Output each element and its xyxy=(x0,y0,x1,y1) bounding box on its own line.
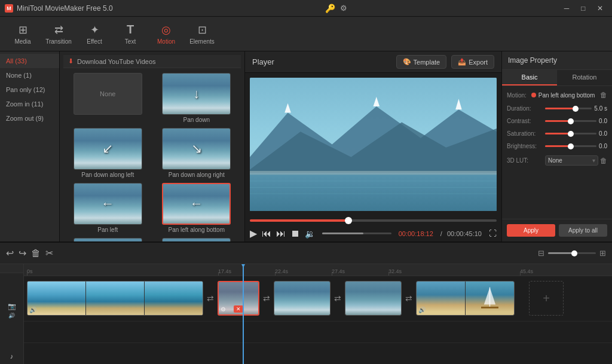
motion-pan-left-bottom-thumb: ← xyxy=(162,183,231,225)
duration-knob[interactable] xyxy=(573,106,579,112)
effect-label: Effect xyxy=(87,38,102,45)
player-header: Player 🎨 Template 📤 Export xyxy=(245,51,501,73)
saturation-fill xyxy=(545,133,571,134)
clip-sailing[interactable]: 🔊 xyxy=(416,281,515,316)
audio-track-header: ♪ xyxy=(0,348,24,364)
apply-button[interactable]: Apply xyxy=(507,224,555,237)
clip-mountain3[interactable] xyxy=(345,281,402,316)
category-zoom-out[interactable]: Zoom out (9) xyxy=(0,111,59,126)
apply-all-button[interactable]: Apply to all xyxy=(559,224,607,237)
play-button[interactable]: ▶ xyxy=(250,228,257,239)
fullscreen-button[interactable]: ⛶ xyxy=(489,229,497,238)
clip-mountain2[interactable] xyxy=(274,281,331,316)
motion-pan-left-top[interactable]: ↖ Pan left along top xyxy=(66,238,150,241)
trash-icon[interactable]: 🗑 xyxy=(600,91,607,99)
clip-mountain-selected[interactable]: ⚙ ✕ xyxy=(218,281,259,316)
brightness-slider[interactable] xyxy=(545,145,596,147)
motion-none[interactable]: None xyxy=(66,73,150,123)
motion-pan-left-bottom[interactable]: ← Pan left along bottom xyxy=(155,183,239,233)
motion-pan-down-right[interactable]: ↘ Pan down along right xyxy=(155,128,239,178)
transition-4[interactable]: ⇄ xyxy=(403,281,415,316)
beach-audio-icon: 🔊 xyxy=(29,307,36,313)
download-bar[interactable]: ⬇ Download YouTube Videos xyxy=(63,55,241,68)
export-label: Export xyxy=(469,59,488,66)
audio-track-content xyxy=(24,322,612,342)
ruler-45s: 45.4s xyxy=(520,268,533,274)
right-panel: Image Property Basic Rotation Motion: Pa… xyxy=(501,51,612,241)
ruler-17s: 17.4s xyxy=(218,268,231,274)
minimize-button[interactable]: ─ xyxy=(559,3,574,14)
contrast-fill xyxy=(545,120,571,122)
transition-button[interactable]: ⇄ Transition xyxy=(42,19,75,49)
transition-2[interactable]: ⇄ xyxy=(261,281,273,316)
settings-icon[interactable]: ⚙ xyxy=(340,4,347,13)
track-headers: 📷 🔊 ♪ xyxy=(0,264,24,364)
add-clip-button[interactable]: + xyxy=(529,281,564,316)
motion-pan-left[interactable]: ← Pan left xyxy=(66,183,150,233)
effect-button[interactable]: ✦ Effect xyxy=(78,19,111,49)
ruler-32s: 32.4s xyxy=(388,268,402,274)
progress-thumb[interactable] xyxy=(345,217,352,224)
category-pan-only[interactable]: Pan only (12) xyxy=(0,82,59,97)
brightness-knob[interactable] xyxy=(568,143,574,149)
volume-button[interactable]: 🔉 xyxy=(305,229,315,238)
saturation-knob[interactable] xyxy=(568,131,574,137)
zoom-controls: ⊟ ⊞ xyxy=(538,249,606,258)
lut-trash-icon[interactable]: 🗑 xyxy=(600,157,607,165)
next-frame-button[interactable]: ⏭ xyxy=(276,228,286,239)
saturation-slider[interactable] xyxy=(545,133,596,134)
ruler-line-22 xyxy=(275,272,276,276)
zoom-slider[interactable] xyxy=(548,252,596,254)
svg-rect-10 xyxy=(250,171,497,175)
category-zoom-in[interactable]: Zoom in (11) xyxy=(0,97,59,111)
maximize-button[interactable]: □ xyxy=(576,3,590,14)
motion-label-text: Motion: xyxy=(507,92,527,99)
tab-basic[interactable]: Basic xyxy=(502,70,557,85)
template-button[interactable]: 🎨 Template xyxy=(396,55,447,69)
progress-bar-area[interactable] xyxy=(245,216,501,225)
export-button[interactable]: 📤 Export xyxy=(451,55,494,69)
player-actions: 🎨 Template 📤 Export xyxy=(396,55,494,69)
category-all[interactable]: All (33) xyxy=(0,54,59,68)
motion-pan-right[interactable]: → Pan right xyxy=(155,238,239,241)
pan-left-bottom-arrow: ← xyxy=(190,196,203,212)
close-button[interactable]: ✕ xyxy=(593,3,607,14)
saturation-row: Saturation: 0.0 xyxy=(507,130,607,137)
progress-track[interactable] xyxy=(250,219,497,222)
cut-button[interactable]: ✂ xyxy=(45,247,53,259)
transition-1[interactable]: ⇄ xyxy=(204,281,216,316)
lut-select[interactable]: None xyxy=(545,155,598,166)
clip-beach[interactable]: 🔊 xyxy=(27,281,203,316)
transition-3[interactable]: ⇄ xyxy=(332,281,344,316)
motion-grid-area: ⬇ Download YouTube Videos None ↓ xyxy=(60,51,244,241)
zoom-in-icon[interactable]: ⊞ xyxy=(599,249,606,258)
main-area: All (33) None (1) Pan only (12) Zoom in … xyxy=(0,51,612,241)
redo-button[interactable]: ↪ xyxy=(19,247,26,259)
brightness-row: Brightness: 0.0 xyxy=(507,143,607,149)
duration-slider[interactable] xyxy=(545,108,592,109)
lut-row: 3D LUT: None ▾ 🗑 xyxy=(507,155,607,166)
contrast-knob[interactable] xyxy=(568,118,574,124)
app-icon: M xyxy=(5,4,13,13)
text-button[interactable]: T Text xyxy=(114,19,147,49)
motion-none-thumb: None xyxy=(74,73,142,115)
zoom-knob[interactable] xyxy=(571,250,577,256)
contrast-slider[interactable] xyxy=(545,120,596,122)
delete-button[interactable]: 🗑 xyxy=(31,248,41,259)
zoom-out-icon[interactable]: ⊟ xyxy=(538,249,544,258)
media-button[interactable]: ⊞ Media xyxy=(6,19,39,49)
undo-button[interactable]: ↩ xyxy=(6,247,14,259)
motion-button[interactable]: ◎ Motion xyxy=(149,19,183,49)
media-label: Media xyxy=(14,38,30,45)
time-display: 00:00:18:12 xyxy=(399,230,433,237)
tab-rotation[interactable]: Rotation xyxy=(557,70,612,85)
prev-frame-button[interactable]: ⏮ xyxy=(262,228,271,239)
category-none[interactable]: None (1) xyxy=(0,68,59,82)
elements-button[interactable]: ⊡ Elements xyxy=(185,19,219,49)
text-icon: T xyxy=(127,23,134,36)
video-track: 🔊 ⇄ ⚙ ✕ ⇄ xyxy=(24,276,612,322)
titlebar-extra: 🔑 ⚙ xyxy=(325,4,347,13)
motion-pan-down-left[interactable]: ↙ Pan down along left xyxy=(66,128,150,178)
stop-button[interactable]: ⏹ xyxy=(290,228,300,239)
motion-pan-down[interactable]: ↓ Pan down xyxy=(155,73,239,123)
